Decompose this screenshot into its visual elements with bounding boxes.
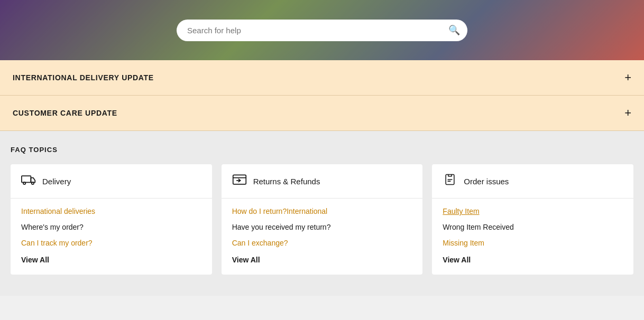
- returns-link-2[interactable]: Have you received my return?: [232, 223, 412, 231]
- order-issues-link-3[interactable]: Missing Item: [443, 239, 623, 247]
- order-issues-card-links: Faulty Item Wrong Item Received Missing …: [432, 199, 633, 256]
- faq-cards: Delivery International deliveries Where'…: [11, 164, 633, 275]
- returns-card: Returns & Refunds How do I return?Intern…: [222, 164, 423, 275]
- returns-link-1[interactable]: How do I return?International: [232, 207, 412, 215]
- delivery-view-all[interactable]: View All: [11, 256, 212, 275]
- hero-section: 🔍: [0, 0, 644, 60]
- returns-link-3[interactable]: Can I exchange?: [232, 239, 412, 247]
- search-icon: 🔍: [448, 24, 460, 36]
- delivery-link-1[interactable]: International deliveries: [21, 207, 201, 215]
- returns-card-title: Returns & Refunds: [253, 177, 320, 186]
- delivery-card: Delivery International deliveries Where'…: [11, 164, 212, 275]
- returns-view-all[interactable]: View All: [222, 256, 423, 275]
- order-icon: [443, 174, 457, 189]
- international-delivery-expand-icon[interactable]: +: [624, 71, 631, 84]
- faq-section: FAQ TOPICS Delivery International delive…: [0, 131, 644, 296]
- customer-care-banner[interactable]: CUSTOMER CARE UPDATE +: [0, 96, 644, 131]
- international-delivery-title: INTERNATIONAL DELIVERY UPDATE: [13, 73, 154, 82]
- order-issues-card-title: Order issues: [464, 177, 509, 186]
- order-issues-link-1[interactable]: Faulty Item: [443, 207, 623, 215]
- customer-care-expand-icon[interactable]: +: [624, 106, 631, 120]
- search-input[interactable]: [177, 20, 467, 41]
- delivery-card-links: International deliveries Where's my orde…: [11, 199, 212, 256]
- order-issues-link-2[interactable]: Wrong Item Received: [443, 223, 623, 231]
- delivery-card-header: Delivery: [11, 164, 212, 199]
- order-issues-card-header: Order issues: [432, 164, 633, 199]
- international-delivery-banner[interactable]: INTERNATIONAL DELIVERY UPDATE +: [0, 60, 644, 96]
- svg-rect-0: [22, 176, 31, 182]
- returns-card-header: Returns & Refunds: [222, 164, 423, 199]
- order-issues-card: Order issues Faulty Item Wrong Item Rece…: [432, 164, 633, 275]
- faq-heading: FAQ TOPICS: [11, 146, 633, 154]
- truck-icon: [21, 174, 36, 189]
- order-issues-view-all[interactable]: View All: [432, 256, 633, 275]
- return-icon: [232, 174, 247, 189]
- delivery-link-2[interactable]: Where's my order?: [21, 223, 201, 231]
- svg-point-1: [23, 182, 25, 184]
- search-bar-container: 🔍: [177, 20, 467, 41]
- returns-card-links: How do I return?International Have you r…: [222, 199, 423, 256]
- delivery-card-title: Delivery: [42, 177, 71, 186]
- customer-care-title: CUSTOMER CARE UPDATE: [13, 109, 117, 117]
- delivery-link-3[interactable]: Can I track my order?: [21, 239, 201, 247]
- svg-point-2: [32, 182, 34, 184]
